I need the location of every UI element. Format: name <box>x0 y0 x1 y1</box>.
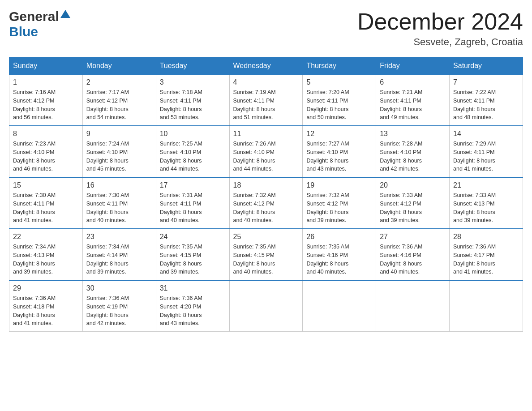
page-header: General Blue December 2024 Sesvete, Zagr… <box>9 9 523 48</box>
day-number: 19 <box>306 181 372 189</box>
day-info: Sunrise: 7:35 AM Sunset: 4:16 PM Dayligh… <box>306 243 372 276</box>
calendar-cell: 23 Sunrise: 7:34 AM Sunset: 4:14 PM Dayl… <box>82 229 156 280</box>
day-number: 3 <box>160 78 226 86</box>
calendar-cell: 3 Sunrise: 7:18 AM Sunset: 4:11 PM Dayli… <box>156 75 229 126</box>
day-info: Sunrise: 7:20 AM Sunset: 4:11 PM Dayligh… <box>306 88 372 122</box>
day-number: 17 <box>160 181 226 189</box>
day-number: 15 <box>13 181 79 189</box>
day-number: 6 <box>380 78 446 86</box>
day-number: 29 <box>13 284 79 292</box>
calendar-table: SundayMondayTuesdayWednesdayThursdayFrid… <box>9 57 523 332</box>
calendar-cell: 12 Sunrise: 7:27 AM Sunset: 4:10 PM Dayl… <box>303 126 376 177</box>
day-number: 20 <box>380 181 446 189</box>
calendar-cell <box>229 280 303 332</box>
day-number: 2 <box>86 78 152 86</box>
day-info: Sunrise: 7:18 AM Sunset: 4:11 PM Dayligh… <box>160 88 226 122</box>
day-number: 9 <box>86 130 152 138</box>
day-number: 12 <box>306 130 372 138</box>
day-number: 31 <box>160 284 226 292</box>
calendar-cell: 25 Sunrise: 7:35 AM Sunset: 4:15 PM Dayl… <box>229 229 303 280</box>
logo: General Blue <box>9 9 70 39</box>
calendar-cell <box>376 280 450 332</box>
day-info: Sunrise: 7:35 AM Sunset: 4:15 PM Dayligh… <box>160 243 226 276</box>
day-info: Sunrise: 7:36 AM Sunset: 4:20 PM Dayligh… <box>160 294 226 328</box>
calendar-header-row: SundayMondayTuesdayWednesdayThursdayFrid… <box>9 57 523 75</box>
day-number: 27 <box>380 233 446 241</box>
calendar-cell: 19 Sunrise: 7:32 AM Sunset: 4:12 PM Dayl… <box>303 177 376 229</box>
logo-blue: Blue <box>9 24 38 39</box>
day-info: Sunrise: 7:32 AM Sunset: 4:12 PM Dayligh… <box>306 191 372 225</box>
day-info: Sunrise: 7:30 AM Sunset: 4:11 PM Dayligh… <box>86 191 152 225</box>
calendar-cell: 2 Sunrise: 7:17 AM Sunset: 4:12 PM Dayli… <box>82 75 156 126</box>
day-number: 18 <box>233 181 299 189</box>
day-info: Sunrise: 7:36 AM Sunset: 4:18 PM Dayligh… <box>13 294 79 328</box>
calendar-week-row: 22 Sunrise: 7:34 AM Sunset: 4:13 PM Dayl… <box>9 229 523 280</box>
day-number: 14 <box>453 130 519 138</box>
calendar-week-row: 1 Sunrise: 7:16 AM Sunset: 4:12 PM Dayli… <box>9 75 523 126</box>
day-info: Sunrise: 7:34 AM Sunset: 4:14 PM Dayligh… <box>86 243 152 276</box>
calendar-cell: 20 Sunrise: 7:33 AM Sunset: 4:12 PM Dayl… <box>376 177 450 229</box>
calendar-cell: 13 Sunrise: 7:28 AM Sunset: 4:10 PM Dayl… <box>376 126 450 177</box>
day-info: Sunrise: 7:28 AM Sunset: 4:10 PM Dayligh… <box>380 140 446 173</box>
calendar-cell: 1 Sunrise: 7:16 AM Sunset: 4:12 PM Dayli… <box>9 75 83 126</box>
day-info: Sunrise: 7:30 AM Sunset: 4:11 PM Dayligh… <box>13 191 79 225</box>
day-info: Sunrise: 7:36 AM Sunset: 4:16 PM Dayligh… <box>380 243 446 276</box>
col-header-wednesday: Wednesday <box>229 57 303 75</box>
month-title: December 2024 <box>357 9 523 34</box>
day-number: 28 <box>453 233 519 241</box>
day-info: Sunrise: 7:23 AM Sunset: 4:10 PM Dayligh… <box>13 140 79 173</box>
calendar-cell: 7 Sunrise: 7:22 AM Sunset: 4:11 PM Dayli… <box>450 75 523 126</box>
calendar-cell: 26 Sunrise: 7:35 AM Sunset: 4:16 PM Dayl… <box>303 229 376 280</box>
day-info: Sunrise: 7:27 AM Sunset: 4:10 PM Dayligh… <box>306 140 372 173</box>
day-info: Sunrise: 7:21 AM Sunset: 4:11 PM Dayligh… <box>380 88 446 122</box>
col-header-saturday: Saturday <box>450 57 523 75</box>
day-number: 5 <box>306 78 372 86</box>
day-info: Sunrise: 7:36 AM Sunset: 4:17 PM Dayligh… <box>453 243 519 276</box>
day-number: 13 <box>380 130 446 138</box>
day-number: 11 <box>233 130 299 138</box>
day-number: 30 <box>86 284 152 292</box>
day-number: 26 <box>306 233 372 241</box>
calendar-cell: 27 Sunrise: 7:36 AM Sunset: 4:16 PM Dayl… <box>376 229 450 280</box>
calendar-cell: 4 Sunrise: 7:19 AM Sunset: 4:11 PM Dayli… <box>229 75 303 126</box>
calendar-cell: 9 Sunrise: 7:24 AM Sunset: 4:10 PM Dayli… <box>82 126 156 177</box>
day-number: 22 <box>13 233 79 241</box>
calendar-cell: 24 Sunrise: 7:35 AM Sunset: 4:15 PM Dayl… <box>156 229 229 280</box>
day-number: 1 <box>13 78 79 86</box>
day-info: Sunrise: 7:17 AM Sunset: 4:12 PM Dayligh… <box>86 88 152 122</box>
calendar-cell: 14 Sunrise: 7:29 AM Sunset: 4:11 PM Dayl… <box>450 126 523 177</box>
col-header-thursday: Thursday <box>303 57 376 75</box>
calendar-cell: 16 Sunrise: 7:30 AM Sunset: 4:11 PM Dayl… <box>82 177 156 229</box>
day-number: 25 <box>233 233 299 241</box>
calendar-cell: 10 Sunrise: 7:25 AM Sunset: 4:10 PM Dayl… <box>156 126 229 177</box>
location: Sesvete, Zagreb, Croatia <box>357 36 523 48</box>
day-info: Sunrise: 7:26 AM Sunset: 4:10 PM Dayligh… <box>233 140 299 173</box>
day-number: 21 <box>453 181 519 189</box>
title-section: December 2024 Sesvete, Zagreb, Croatia <box>357 9 523 48</box>
col-header-friday: Friday <box>376 57 450 75</box>
day-number: 24 <box>160 233 226 241</box>
day-number: 7 <box>453 78 519 86</box>
col-header-tuesday: Tuesday <box>156 57 229 75</box>
calendar-cell: 6 Sunrise: 7:21 AM Sunset: 4:11 PM Dayli… <box>376 75 450 126</box>
calendar-cell: 29 Sunrise: 7:36 AM Sunset: 4:18 PM Dayl… <box>9 280 83 332</box>
calendar-cell: 22 Sunrise: 7:34 AM Sunset: 4:13 PM Dayl… <box>9 229 83 280</box>
day-info: Sunrise: 7:29 AM Sunset: 4:11 PM Dayligh… <box>453 140 519 173</box>
day-info: Sunrise: 7:32 AM Sunset: 4:12 PM Dayligh… <box>233 191 299 225</box>
calendar-cell: 5 Sunrise: 7:20 AM Sunset: 4:11 PM Dayli… <box>303 75 376 126</box>
calendar-cell: 11 Sunrise: 7:26 AM Sunset: 4:10 PM Dayl… <box>229 126 303 177</box>
day-info: Sunrise: 7:19 AM Sunset: 4:11 PM Dayligh… <box>233 88 299 122</box>
calendar-cell: 15 Sunrise: 7:30 AM Sunset: 4:11 PM Dayl… <box>9 177 83 229</box>
day-info: Sunrise: 7:24 AM Sunset: 4:10 PM Dayligh… <box>86 140 152 173</box>
logo-general: General <box>9 9 59 24</box>
day-info: Sunrise: 7:35 AM Sunset: 4:15 PM Dayligh… <box>233 243 299 276</box>
day-number: 4 <box>233 78 299 86</box>
day-info: Sunrise: 7:33 AM Sunset: 4:13 PM Dayligh… <box>453 191 519 225</box>
calendar-week-row: 15 Sunrise: 7:30 AM Sunset: 4:11 PM Dayl… <box>9 177 523 229</box>
day-info: Sunrise: 7:22 AM Sunset: 4:11 PM Dayligh… <box>453 88 519 122</box>
calendar-cell: 31 Sunrise: 7:36 AM Sunset: 4:20 PM Dayl… <box>156 280 229 332</box>
day-number: 8 <box>13 130 79 138</box>
day-info: Sunrise: 7:36 AM Sunset: 4:19 PM Dayligh… <box>86 294 152 328</box>
day-number: 10 <box>160 130 226 138</box>
logo-triangle <box>60 10 70 20</box>
